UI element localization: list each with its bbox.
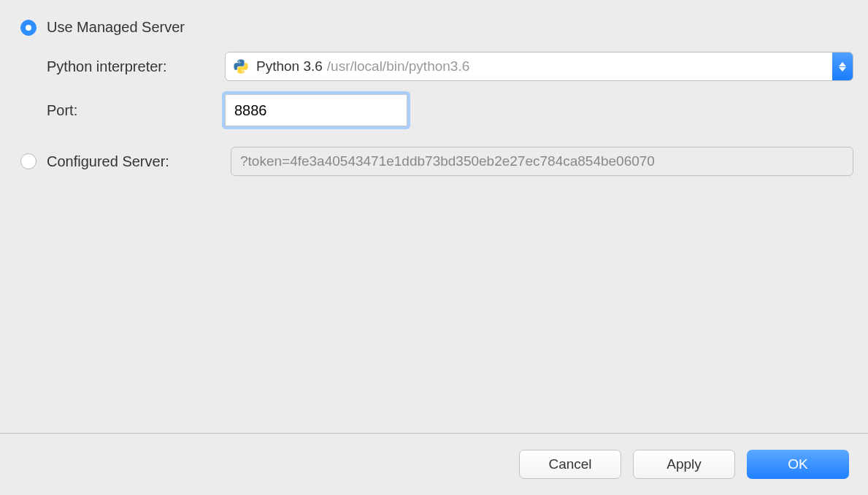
port-input[interactable] (225, 94, 407, 126)
use-managed-server-label: Use Managed Server (47, 19, 185, 36)
configured-server-radio[interactable] (20, 153, 37, 169)
cancel-button[interactable]: Cancel (519, 450, 621, 479)
divider (0, 433, 868, 434)
configured-server-token-text: ?token=4fe3a40543471e1ddb73bd350eb2e27ec… (240, 153, 655, 169)
python-interpreter-select[interactable]: Python 3.6 /usr/local/bin/python3.6 (225, 52, 853, 81)
python-icon (233, 58, 249, 74)
port-label: Port: (47, 102, 225, 119)
configured-server-label: Configured Server: (47, 153, 231, 170)
python-interpreter-label: Python interpreter: (47, 58, 225, 75)
ok-button[interactable]: OK (747, 450, 849, 479)
apply-button[interactable]: Apply (633, 450, 735, 479)
configured-server-token-field: ?token=4fe3a40543471e1ddb73bd350eb2e27ec… (231, 147, 853, 176)
chevron-updown-icon (832, 53, 853, 80)
use-managed-server-radio[interactable] (20, 20, 37, 36)
interpreter-path: /usr/local/bin/python3.6 (327, 58, 469, 74)
interpreter-name: Python 3.6 (256, 58, 323, 74)
